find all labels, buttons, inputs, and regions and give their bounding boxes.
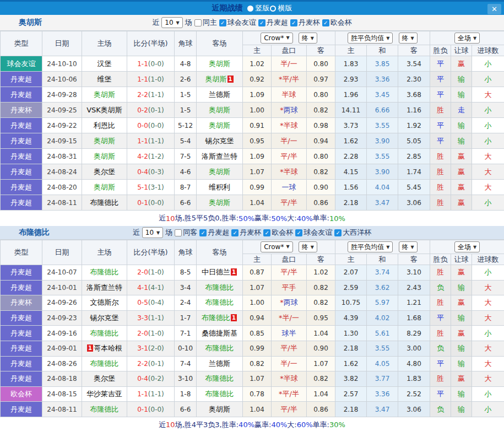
col-header: 让球 [451,254,472,265]
half-time-score: (1-1) [148,91,164,99]
draw-odds: 4.05 [367,356,398,371]
layout-radio[interactable]: 竖版 [247,3,270,13]
bookmaker-select[interactable]: Crow*▼ [261,33,292,44]
league-checkbox[interactable]: ✓丹麦杯 [231,228,261,238]
half-time-score: (1-1) [148,314,164,322]
away-odds: 0.80 [307,87,335,103]
win-odds: 2.28 [335,149,367,164]
team-label: 奥胡斯 [94,183,115,191]
match-count-select[interactable]: 10 ▼ [142,227,163,238]
full-time-score: 0-1 [137,199,148,207]
away-odds: 0.82 [307,295,335,311]
chevron-down-icon: ▼ [286,244,289,249]
win-odds: 2.93 [335,72,367,87]
odds-time-select[interactable]: 终▼ [299,241,317,252]
team-label: 奥胡斯 [209,106,230,114]
layout-radio-group: 竖版横版 [247,3,292,14]
league-checkbox[interactable]: ✓丹麦超 [199,228,229,238]
close-button[interactable]: ✕ [487,4,501,14]
win-odds: 2.18 [335,195,367,211]
full-time-score: 5-1 [137,184,148,191]
league-checkbox[interactable]: ✓球会友谊 [295,228,332,238]
corner-cell: 0-10 [175,341,197,356]
titlebar: 近期战绩 竖版横版 ✕ [0,0,504,15]
team-name: 布隆德比 [19,228,50,238]
bookmaker-select[interactable]: Crow*▼ [261,241,292,252]
draw-odds: 3.62 [367,280,398,295]
match-type-badge: 球会友谊 [1,56,42,72]
league-checkbox[interactable]: ✓大西洋杯 [334,228,371,238]
score-cell: 0-4(0-2) [127,371,175,387]
checkbox-checked-icon: ✓ [295,229,302,236]
goals-result: 大 [472,280,504,295]
match-row: 丹麦超24-10-01洛斯查兰特4-1(4-1)3-4布隆德比1.07平手0.8… [1,280,504,295]
same-venue-checkbox[interactable]: 同客 [175,228,197,238]
summary-segment: 胜率: [222,420,239,430]
team-label: 奥胡斯 [94,137,115,145]
wdl-mode-select[interactable]: 胜平负均值▼ [348,33,393,44]
match-date: 24-08-11 [42,402,82,417]
team-label: 布隆德比 [205,390,234,398]
odds-time-select[interactable]: 终▼ [299,33,317,44]
summary-segment: 单率: [313,213,329,223]
layout-radio[interactable]: 横版 [270,3,292,13]
league-checkbox[interactable]: ✓丹麦超 [258,18,288,28]
match-date: 24-09-15 [42,133,82,149]
win-odds: 2.59 [335,280,367,295]
handicap-cell: *半球 [272,118,307,133]
match-count-select[interactable]: 10 ▼ [161,17,182,28]
draw-odds: 3.90 [367,164,398,180]
home-odds: 1.04 [243,195,272,211]
team-label: 奥胡斯 [94,90,115,99]
wdl-time-select[interactable]: 终▼ [399,33,418,44]
half-time-score: (0-1) [148,106,164,114]
chevron-down-icon: ▼ [386,245,389,250]
corner-cell: 3-4 [175,280,197,295]
corner-cell: 7-4 [175,356,197,371]
col-header: 类型 [1,31,42,56]
lose-odds: 1.16 [398,103,430,118]
checkbox-checked-icon: ✓ [322,19,329,26]
matches-table: 类型 日期 主场 比分(半场) 角球 客场 Crow*▼ 终▼ 胜平负均值▼ 终… [0,240,504,417]
wdl-time-select[interactable]: 终▼ [399,241,418,252]
match-row: 丹麦超24-08-24奥尔堡0-4(0-3)4-6奥胡斯1.07*半球0.824… [1,164,504,180]
handicap-cell: *两球 [272,295,307,311]
wdl-mode-select[interactable]: 胜平负均值▼ [348,241,393,252]
checkbox-checked-icon: ✓ [263,229,270,236]
team-section: 奥胡斯 近 10 ▼ 场 同主 ✓球会友谊✓丹麦超✓丹麦杯✓欧会杯 [0,15,504,226]
match-type-badge: 丹麦超 [1,149,42,164]
away-odds: 0.80 [307,56,335,72]
chevron-down-icon: ▼ [386,36,389,41]
handicap-result: 赢 [451,326,472,341]
period-select[interactable]: 全场▼ [454,241,480,252]
period-select[interactable]: 全场▼ [454,33,480,44]
team-label: 布隆德比 [205,298,234,306]
league-checkbox[interactable]: ✓球会友谊 [219,18,256,28]
match-row: 丹麦杯24-09-26文德斯尔0-5(0-4)2-4布隆德比1.00*两球0.8… [1,295,504,311]
same-venue-checkbox[interactable]: 同主 [194,18,217,28]
win-odds: 4.15 [335,164,367,180]
home-odds: 1.09 [243,149,272,164]
away-odds: 0.97 [307,72,335,87]
col-header: 主场 [82,31,127,56]
wdl-group-header: 胜平负均值▼ 终▼ [335,240,430,254]
league-checkbox[interactable]: ✓欧会杯 [263,228,293,238]
col-header: 盘口 [272,45,307,56]
match-date: 24-09-16 [42,326,82,341]
away-team-cell: 布隆德比 [197,386,243,402]
corner-cell: 5-4 [175,133,197,149]
col-header: 主 [243,254,272,265]
match-count-value: 10 [145,229,154,236]
match-row: 丹麦超24-08-11布隆德比0-1(0-0)6-6奥胡斯1.04平/半0.86… [1,195,504,211]
red-card-badge: 1 [87,344,93,352]
league-checkbox[interactable]: ✓丹麦杯 [290,18,320,28]
match-row: 丹麦超24-08-18奥尔堡0-4(0-2)3-10布隆德比1.07*半球0.8… [1,371,504,387]
home-team-cell: 布隆德比 [82,356,127,371]
league-checkbox[interactable]: ✓欧会杯 [322,18,352,28]
match-date: 24-09-28 [42,87,82,103]
wdl-group-header: 胜平负均值▼ 终▼ [335,31,430,45]
match-type-badge: 丹麦超 [1,87,42,103]
win-odds: 2.07 [335,265,367,281]
corner-cell: 1-5 [175,87,197,103]
handicap-cell: 平/半 [272,265,307,281]
